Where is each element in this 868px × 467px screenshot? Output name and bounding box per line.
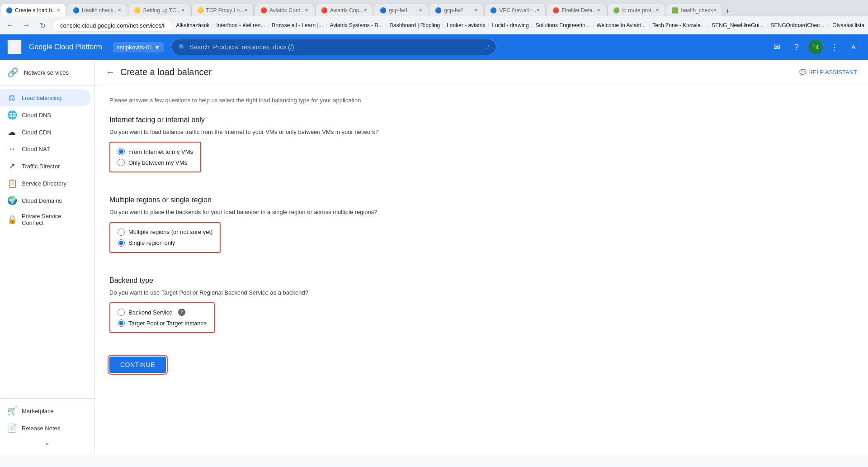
bookmark-aviatrix[interactable]: Aviatrix Systems - B...	[330, 22, 382, 29]
sidebar-item-private-service-connect[interactable]: 🔒 Private Service Connect	[0, 209, 91, 230]
tab-gcp-fw1[interactable]: 🔵 gcp-fw1 ✕	[374, 4, 428, 16]
tab-health-check2[interactable]: 🟩 health_check ✕	[666, 4, 722, 16]
hamburger-btn[interactable]: ☰	[7, 40, 22, 54]
bookmark-looker[interactable]: Looker - aviatrix	[447, 22, 485, 29]
reload-btn[interactable]: ↻	[36, 19, 49, 32]
radio-only-between-input[interactable]	[118, 159, 125, 166]
cloud-nat-icon: ↔	[7, 144, 16, 154]
sidebar-item-traffic-director[interactable]: ↗ Traffic Director	[0, 157, 91, 175]
bookmark-dashboard-rippling[interactable]: Dashboard | Rippling	[389, 22, 440, 29]
radio-multiple-regions[interactable]: Multiple regions (or not sure yet)	[118, 229, 212, 236]
tab-aviatrix-cont[interactable]: 🔴 Aviatrix Cont... ✕	[255, 4, 314, 16]
tab-tcp-proxy[interactable]: 🟡 TCP Proxy Lo... ✕	[191, 4, 254, 16]
sidebar-item-private-service-connect-label: Private Service Connect	[22, 213, 84, 226]
gcp-header: ☰ Google Cloud Platform astipkovits-01 ▼…	[0, 34, 868, 60]
sidebar-item-cloud-cdn[interactable]: ☁ Cloud CDN	[0, 124, 91, 141]
radio-only-between-vms[interactable]: Only between my VMs	[118, 159, 193, 166]
help-assistant-icon: 💬	[799, 69, 807, 76]
sidebar-header: 🔗 Network services	[0, 63, 94, 81]
help-btn[interactable]: ?	[788, 39, 805, 55]
browser-chrome: 🔵 Create a load b... ✕ 🔵 Health check...…	[0, 0, 868, 34]
sidebar-item-service-directory[interactable]: 📋 Service Directory	[0, 175, 91, 192]
sidebar-item-cloud-dns-label: Cloud DNS	[22, 112, 51, 119]
bookmark-lucid[interactable]: Lucid - drawing	[492, 22, 528, 29]
project-name: astipkovits-01	[117, 44, 152, 51]
marketplace-icon: 🛒	[7, 406, 16, 416]
content-area: ← Create a load balancer 💬 HELP ASSISTAN…	[95, 60, 868, 454]
project-selector[interactable]: astipkovits-01 ▼	[113, 42, 164, 52]
tab-close-btn[interactable]: ✕	[57, 8, 60, 13]
sidebar-collapse-btn[interactable]: «	[0, 437, 94, 451]
user-avatar[interactable]: A	[846, 40, 861, 54]
tab-firenet[interactable]: 🔴 FireNet Deta... ✕	[547, 4, 606, 16]
tab-aviatrix-cop[interactable]: 🔴 Aviatrix Cop... ✕	[315, 4, 373, 16]
load-balancing-icon: ⚖	[7, 93, 16, 103]
sidebar-item-release-notes[interactable]: 📄 Release Notes	[0, 419, 91, 437]
tab-gcp-fw2[interactable]: 🔵 gcp-fw2 ✕	[429, 4, 483, 16]
search-input[interactable]	[189, 43, 487, 51]
bookmark-olvasasi[interactable]: Olvasási lista	[832, 22, 864, 29]
radio-from-internet[interactable]: From Internet to my VMs	[118, 148, 193, 155]
tab-vpc-firewall[interactable]: 🔵 VPC firewall r... ✕	[484, 4, 546, 16]
radio-target-pool-input[interactable]	[118, 319, 125, 327]
address-input[interactable]	[52, 19, 173, 32]
sidebar-marketplace-label: Marketplace	[22, 408, 54, 415]
bookmark-seng[interactable]: SENG_NewHireGui...	[712, 22, 764, 29]
new-tab-btn[interactable]: +	[725, 7, 730, 16]
cloud-cdn-icon: ☁	[7, 127, 16, 137]
radio-single-region-input[interactable]	[118, 239, 125, 247]
address-bar-row: ← → ↻ Alkalmazások | Interfood - étel re…	[0, 16, 868, 34]
bookmark-welcome[interactable]: Welcome to Aviatri...	[597, 22, 646, 29]
forward-nav-btn[interactable]: →	[20, 19, 33, 32]
tab-active[interactable]: 🔵 Create a load b... ✕	[0, 4, 66, 16]
form-area: Please answer a few questions to help us…	[95, 85, 502, 384]
bookmark-interfood[interactable]: Interfood - étel ren...	[216, 22, 265, 29]
header-icons: ✉ ? 14 ⋮ A	[769, 39, 861, 55]
section1-question: Do you want to load balance traffic from…	[109, 128, 487, 137]
bookmark-seng-onboard[interactable]: SENGOnboardChec...	[770, 22, 824, 29]
radio-from-internet-label: From Internet to my VMs	[128, 148, 193, 155]
sidebar-bottom: 🛒 Marketplace 📄 Release Notes «	[0, 398, 94, 454]
tab-ip-route[interactable]: 🟢 ip route prot... ✕	[607, 4, 665, 16]
section2-question: Do you want to place the backends for yo…	[109, 208, 487, 217]
bookmark-alkalmazasok[interactable]: Alkalmazások	[176, 22, 210, 29]
notifications-btn[interactable]: ✉	[769, 39, 785, 55]
sidebar-item-cloud-domains[interactable]: 🌍 Cloud Domains	[0, 192, 91, 209]
back-btn[interactable]: ←	[106, 67, 115, 77]
sidebar: 🔗 Network services ⚖ Load balancing 🌐 Cl…	[0, 60, 95, 454]
search-bar: 🔍 /	[171, 39, 496, 55]
backend-service-help-icon[interactable]: ?	[178, 309, 185, 316]
service-directory-icon: 📋	[7, 178, 16, 188]
help-assistant-btn[interactable]: 💬 HELP ASSISTANT	[799, 69, 857, 76]
sidebar-item-service-directory-label: Service Directory	[22, 180, 66, 187]
page-title: Create a load balancer	[120, 67, 212, 77]
tab-health-checks[interactable]: 🔵 Health check... ✕	[67, 4, 127, 16]
continue-button[interactable]: CONTINUE	[109, 357, 166, 373]
radio-backend-service-input[interactable]	[118, 309, 125, 316]
release-notes-icon: 📄	[7, 423, 16, 433]
radio-from-internet-input[interactable]	[118, 148, 125, 155]
sidebar-item-cloud-nat-label: Cloud NAT	[22, 146, 50, 152]
bookmark-solutions[interactable]: Solutions Engineerin...	[536, 22, 590, 29]
more-options-btn[interactable]: ⋮	[826, 39, 843, 55]
section1-radio-group: From Internet to my VMs Only between my …	[109, 142, 201, 172]
radio-backend-service[interactable]: Backend Service ?	[118, 309, 207, 316]
bookmark-techzone[interactable]: Tech Zone - Knowle...	[652, 22, 705, 29]
sidebar-item-marketplace[interactable]: 🛒 Marketplace	[0, 402, 91, 419]
gcp-shell: ☰ Google Cloud Platform astipkovits-01 ▼…	[0, 34, 868, 454]
radio-single-region[interactable]: Single region only	[118, 239, 212, 247]
section2-title: Multiple regions or single region	[109, 196, 487, 204]
radio-multiple-regions-input[interactable]	[118, 229, 125, 236]
back-nav-btn[interactable]: ←	[4, 19, 16, 32]
tab-setting-up-tc[interactable]: 🟡 Setting up TC... ✕	[128, 4, 190, 16]
section1-title: Internet facing or internal only	[109, 116, 487, 124]
notification-badge[interactable]: 14	[808, 40, 823, 54]
radio-target-pool[interactable]: Target Pool or Target Instance	[118, 319, 207, 327]
bookmark-browse[interactable]: Browse all - Learn |...	[272, 22, 323, 29]
sidebar-item-cloud-dns[interactable]: 🌐 Cloud DNS	[0, 106, 91, 124]
bookmarks-bar: Alkalmazások | Interfood - étel ren... |…	[176, 19, 864, 32]
sidebar-nav: 🔗 Network services ⚖ Load balancing 🌐 Cl…	[0, 60, 94, 234]
section-internet-facing: Internet facing or internal only Do you …	[109, 116, 487, 184]
sidebar-item-cloud-nat[interactable]: ↔ Cloud NAT	[0, 141, 91, 157]
sidebar-item-load-balancing[interactable]: ⚖ Load balancing	[0, 89, 91, 106]
